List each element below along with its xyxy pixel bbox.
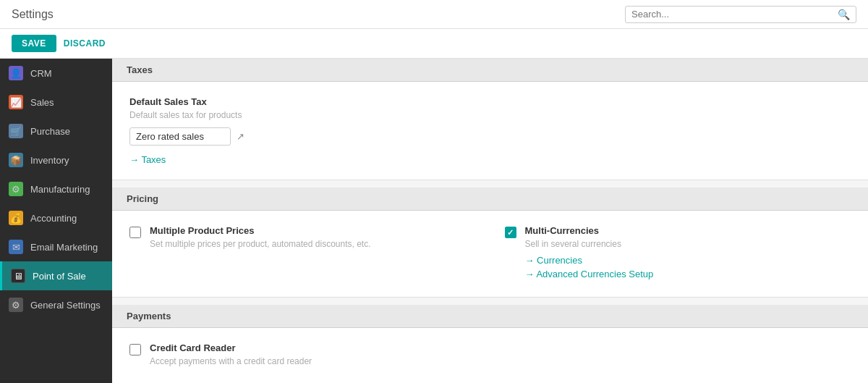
taxes-body: Default Sales Tax Default sales tax for … xyxy=(112,82,868,180)
main-layout: 👤 CRM 📈 Sales 🛒 Purchase 📦 Inventory ⚙ M… xyxy=(0,59,868,383)
top-bar: Settings 🔍 xyxy=(0,0,868,29)
multi-currencies-content: Multi-Currencies Sell in several currenc… xyxy=(525,225,654,282)
multiple-prices-checkbox[interactable] xyxy=(129,227,141,238)
tax-select-row: Zero rated sales ↗ xyxy=(129,127,851,146)
gap2 xyxy=(112,298,868,305)
sidebar-label-pos: Point of Sale xyxy=(33,271,86,282)
sidebar-item-accounting[interactable]: 💰 Accounting xyxy=(0,203,112,232)
purchase-icon: 🛒 xyxy=(9,124,23,138)
payments-header: Payments xyxy=(112,305,868,328)
external-link-icon[interactable]: ↗ xyxy=(237,131,244,142)
tax-field-label: Default Sales Tax xyxy=(129,96,851,107)
sidebar-item-manufacturing[interactable]: ⚙ Manufacturing xyxy=(0,174,112,203)
sidebar-label-general: General Settings xyxy=(30,300,101,311)
search-icon-button[interactable]: 🔍 xyxy=(838,9,850,20)
content-area: Taxes Default Sales Tax Default sales ta… xyxy=(112,59,868,383)
email-icon: ✉ xyxy=(9,240,23,254)
multi-currencies-col: Multi-Currencies Sell in several currenc… xyxy=(505,225,851,282)
gap1 xyxy=(112,180,868,188)
sidebar-label-crm: CRM xyxy=(30,68,52,79)
tax-select[interactable]: Zero rated sales xyxy=(129,127,231,146)
action-bar: SAVE DISCARD xyxy=(0,29,868,59)
multi-currencies-checkbox[interactable] xyxy=(505,227,516,238)
settings-icon: ⚙ xyxy=(9,298,23,312)
save-button[interactable]: SAVE xyxy=(12,35,56,52)
crm-icon: 👤 xyxy=(9,66,23,80)
currencies-link[interactable]: → Currencies xyxy=(525,255,654,266)
sidebar-item-email[interactable]: ✉ Email Marketing xyxy=(0,232,112,261)
taxes-section: Taxes Default Sales Tax Default sales ta… xyxy=(112,59,868,180)
sidebar-label-inventory: Inventory xyxy=(30,155,69,166)
credit-card-col: Credit Card Reader Accept payments with … xyxy=(129,342,851,372)
pricing-header: Pricing xyxy=(112,188,868,211)
pricing-body: Multiple Product Prices Set multiple pri… xyxy=(112,211,868,298)
pricing-grid: Multiple Product Prices Set multiple pri… xyxy=(129,225,851,282)
credit-card-title: Credit Card Reader xyxy=(150,342,312,353)
taxes-header: Taxes xyxy=(112,59,868,82)
multi-currencies-title: Multi-Currencies xyxy=(525,225,654,236)
tax-field-desc: Default sales tax for products xyxy=(129,110,851,120)
search-container: 🔍 xyxy=(625,6,856,23)
multi-currencies-desc: Sell in several currencies xyxy=(525,239,654,249)
sidebar-label-sales: Sales xyxy=(30,97,54,108)
page-title: Settings xyxy=(12,8,54,21)
accounting-icon: 💰 xyxy=(9,211,23,225)
multiple-prices-desc: Set multiple prices per product, automat… xyxy=(150,239,371,249)
credit-card-content: Credit Card Reader Accept payments with … xyxy=(150,342,312,372)
sidebar-label-email: Email Marketing xyxy=(30,242,98,253)
multiple-prices-content: Multiple Product Prices Set multiple pri… xyxy=(150,225,371,282)
credit-card-desc: Accept payments with a credit card reade… xyxy=(150,356,312,366)
multiple-prices-col: Multiple Product Prices Set multiple pri… xyxy=(129,225,476,282)
pricing-section: Pricing Multiple Product Prices Set mult… xyxy=(112,188,868,298)
sidebar-item-sales[interactable]: 📈 Sales xyxy=(0,88,112,117)
credit-card-checkbox[interactable] xyxy=(129,344,141,355)
sidebar-item-inventory[interactable]: 📦 Inventory xyxy=(0,146,112,174)
advanced-currencies-link[interactable]: → Advanced Currencies Setup xyxy=(525,269,654,279)
manufacturing-icon: ⚙ xyxy=(9,182,23,196)
payments-section: Payments Credit Card Reader Accept payme… xyxy=(112,305,868,383)
sidebar-label-purchase: Purchase xyxy=(30,126,70,137)
sidebar-item-purchase[interactable]: 🛒 Purchase xyxy=(0,117,112,146)
inventory-icon: 📦 xyxy=(9,153,23,167)
sidebar-item-pos[interactable]: 🖥 Point of Sale xyxy=(0,261,112,290)
sidebar: 👤 CRM 📈 Sales 🛒 Purchase 📦 Inventory ⚙ M… xyxy=(0,59,112,383)
multiple-prices-title: Multiple Product Prices xyxy=(150,225,371,236)
sidebar-item-general[interactable]: ⚙ General Settings xyxy=(0,290,112,319)
payments-body: Credit Card Reader Accept payments with … xyxy=(112,328,868,383)
taxes-link[interactable]: → Taxes xyxy=(129,154,166,165)
search-input[interactable] xyxy=(631,9,838,20)
sidebar-label-manufacturing: Manufacturing xyxy=(30,184,90,195)
pos-icon: 🖥 xyxy=(11,269,25,283)
discard-button[interactable]: DISCARD xyxy=(64,38,106,49)
sidebar-label-accounting: Accounting xyxy=(30,213,77,224)
sidebar-item-crm[interactable]: 👤 CRM xyxy=(0,59,112,88)
sales-icon: 📈 xyxy=(9,95,23,109)
